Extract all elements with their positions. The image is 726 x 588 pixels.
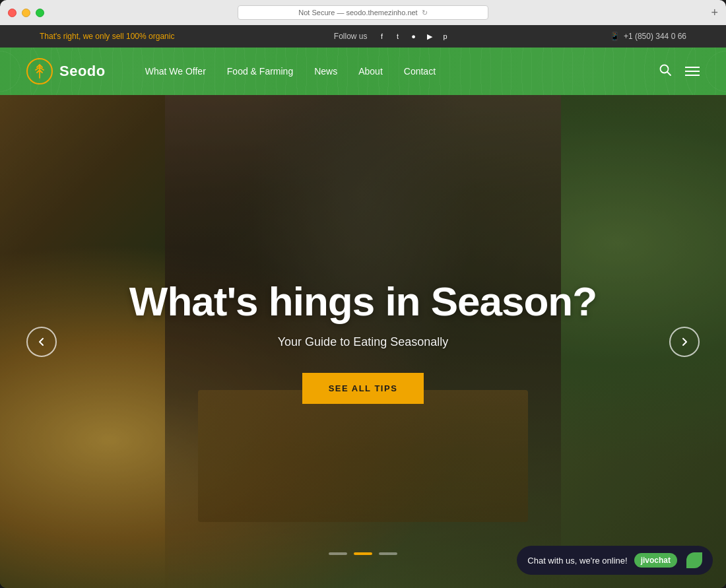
navbar: Seodo What We Offer Food & Farming News … <box>0 48 726 95</box>
slider-dot-3[interactable] <box>379 552 397 555</box>
logo-icon <box>26 58 53 84</box>
nav-link-food-farming[interactable]: Food & Farming <box>227 66 293 77</box>
hamburger-menu-icon[interactable] <box>685 67 700 76</box>
nav-actions <box>659 63 700 80</box>
nav-link-what-we-offer[interactable]: What We Offer <box>145 66 206 77</box>
maximize-window-button[interactable] <box>36 9 44 17</box>
jivochat-leaf-icon <box>686 552 702 568</box>
twitter-icon[interactable]: t <box>393 31 403 42</box>
promo-text: That's right, we only sell 100% organic <box>40 32 174 41</box>
jivochat-text: Chat with us, we're online! <box>527 556 627 566</box>
hero-section: What's hings in Season? Your Guide to Ea… <box>0 95 726 588</box>
top-bar: That's right, we only sell 100% organic … <box>0 25 726 48</box>
phone-icon: 📱 <box>610 32 620 41</box>
social-section: Follow us f t ● ▶ p <box>334 31 451 42</box>
hero-cta-button[interactable]: SEE ALL TIPS <box>302 373 424 404</box>
minimize-window-button[interactable] <box>22 9 30 17</box>
slider-dot-1[interactable] <box>329 552 347 555</box>
follow-label: Follow us <box>334 32 368 41</box>
instagram-icon[interactable]: ● <box>409 31 419 42</box>
website-content: That's right, we only sell 100% organic … <box>0 25 726 588</box>
nav-links: What We Offer Food & Farming News About … <box>145 66 659 77</box>
new-tab-button[interactable]: + <box>711 6 718 20</box>
jivochat-widget[interactable]: Chat with us, we're online! jivochat <box>517 546 713 575</box>
hero-content: What's hings in Season? Your Guide to Ea… <box>103 279 623 403</box>
slider-next-button[interactable] <box>669 327 700 357</box>
youtube-icon[interactable]: ▶ <box>424 31 435 42</box>
url-text: Not Secure — seodo.themezinho.net <box>298 9 417 16</box>
url-bar[interactable]: Not Secure — seodo.themezinho.net ↻ <box>238 5 488 20</box>
phone-number: +1 (850) 344 0 66 <box>624 32 686 41</box>
social-icons: f t ● ▶ p <box>377 31 451 42</box>
pinterest-icon[interactable]: p <box>440 31 451 42</box>
mac-window: Not Secure — seodo.themezinho.net ↻ + Th… <box>0 0 726 588</box>
logo-area[interactable]: Seodo <box>26 58 106 84</box>
close-window-button[interactable] <box>8 9 16 17</box>
phone-section: 📱 +1 (850) 344 0 66 <box>610 32 686 41</box>
facebook-icon[interactable]: f <box>377 31 387 42</box>
jivochat-brand-label: jivochat <box>634 553 677 568</box>
hero-title: What's hings in Season? <box>129 279 597 324</box>
nav-link-about[interactable]: About <box>358 66 383 77</box>
svg-line-1 <box>667 72 671 75</box>
mac-window-buttons <box>8 9 44 17</box>
slider-dot-2[interactable] <box>354 552 372 555</box>
slider-dots <box>329 552 397 555</box>
logo-text: Seodo <box>59 63 106 80</box>
nav-link-contact[interactable]: Contact <box>404 66 436 77</box>
mac-titlebar: Not Secure — seodo.themezinho.net ↻ + <box>0 0 726 25</box>
hero-subtitle: Your Guide to Eating Seasonally <box>129 335 597 349</box>
nav-link-news[interactable]: News <box>314 66 337 77</box>
refresh-icon[interactable]: ↻ <box>422 9 428 17</box>
search-icon[interactable] <box>659 63 672 80</box>
slider-prev-button[interactable] <box>26 327 57 357</box>
